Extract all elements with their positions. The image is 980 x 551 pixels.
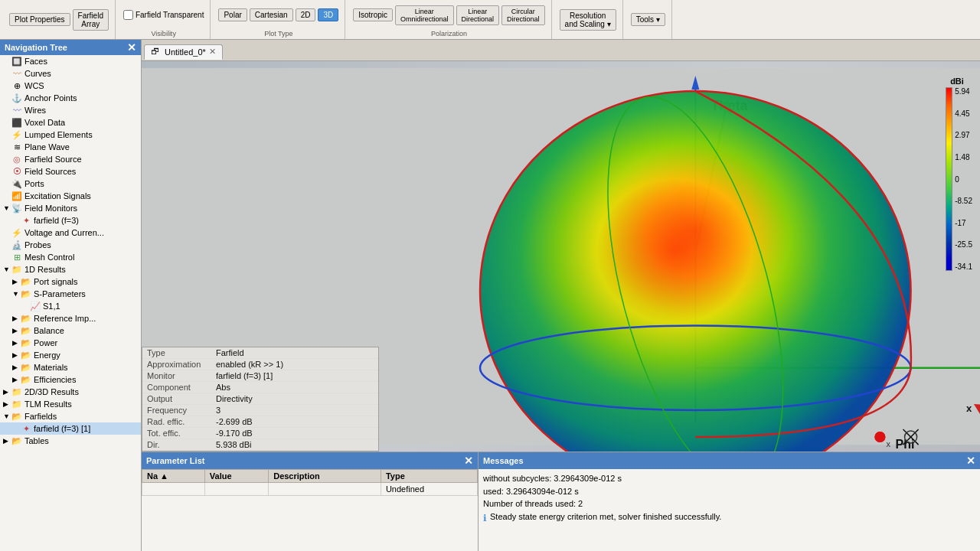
tree-item-tables[interactable]: ▶ 📂 Tables [0,435,141,447]
excitation-icon: 📶 [11,191,22,201]
tree-item-wires[interactable]: 〰 Wires [0,104,141,116]
tree-item-excitation[interactable]: 📶 Excitation Signals [0,190,141,202]
tree-scroll[interactable]: 🔲 Faces 〰 Curves ⊕ WCS ⚓ Anchor Points 〰 [0,55,141,551]
efficiencies-icon: 📂 [21,374,31,385]
tree-item-field-sources[interactable]: ⦿ Field Sources [0,165,141,178]
cell-type: Undefined [381,483,477,496]
tree-item-curves[interactable]: 〰 Curves [0,67,141,80]
tlm-icon: 📁 [11,399,22,409]
message-3: ℹ Steady state energy criterion met, sol… [483,510,975,525]
cartesian-button[interactable]: Cartesian [250,8,293,21]
3d-button[interactable]: 3D [318,8,338,21]
prop-dir-label: Dir. [147,440,216,449]
power-icon: 📂 [21,337,31,348]
col-desc[interactable]: Description [269,470,381,483]
info-icon: ℹ [483,511,487,525]
nav-tree-close-button[interactable]: ✕ [127,42,136,53]
tree-item-wcs[interactable]: ⊕ WCS [0,80,141,92]
expand-icon: ▼ [3,266,11,273]
polar-button[interactable]: Polar [218,8,247,21]
param-table-element: Na ▲ Value Description Type [142,469,478,496]
properties-overlay: Type Farfield Approximation enabled (kR … [142,347,379,452]
farfield-array-button[interactable]: FarfieldArray [73,9,109,31]
messages-close-button[interactable]: ✕ [966,455,975,467]
colorbar-unit: dBi [942,77,972,86]
viewport[interactable]: Theta y z y [142,61,980,452]
prop-monitor: Monitor farfield (f=3) [1] [142,370,378,382]
tree-item-farfield-source[interactable]: ◎ Farfield Source [0,153,141,165]
tree-item-port-signals[interactable]: ▶ 📂 Port signals [0,276,141,288]
curves-icon: 〰 [11,68,22,79]
tree-item-faces[interactable]: 🔲 Faces [0,55,141,67]
messages-title: Messages [483,456,524,465]
col-value[interactable]: Value [204,470,268,483]
col-name[interactable]: Na ▲ [142,470,205,483]
tree-item-anchor[interactable]: ⚓ Anchor Points [0,92,141,104]
tree-item-plane-wave[interactable]: ≋ Plane Wave [0,141,141,153]
message-0: without subcycles: 3.2964309e-012 s [483,472,975,485]
tree-item-s-params[interactable]: ▼ 📂 S-Parameters [0,288,141,300]
field-sources-icon: ⦿ [11,166,22,177]
messages-header: Messages ✕ [479,452,980,469]
prop-component-label: Component [147,383,216,392]
isotropic-button[interactable]: Isotropic [353,8,393,21]
parameter-list-close-button[interactable]: ✕ [464,455,473,467]
prop-component-value: Abs [216,383,230,392]
linear-dir-button[interactable]: LinearDirectional [456,5,500,25]
resolution-button[interactable]: Resolutionand Scaling ▾ [560,9,616,31]
messages-content[interactable]: without subcycles: 3.2964309e-012 s used… [479,469,980,551]
farfield-transparent-checkbox[interactable]: Farfield Transparent [123,10,204,20]
tree-item-1d-results[interactable]: ▼ 📁 1D Results [0,263,141,276]
navigation-tree: Navigation Tree ✕ 🔲 Faces 〰 Curves ⊕ WCS [0,40,142,551]
colorbar-val-7: -25.5 [955,240,972,249]
properties-button[interactable]: Plot Properties [9,13,70,26]
tree-item-power[interactable]: ▶ 📂 Power [0,337,141,349]
tree-item-field-monitors[interactable]: ▼ 📡 Field Monitors [0,202,141,214]
col-type[interactable]: Type [381,470,477,483]
2d-button[interactable]: 2D [296,8,316,21]
tab-untitled[interactable]: 🗗 Untitled_0* ✕ [144,44,223,60]
tree-item-energy[interactable]: ▶ 📂 Energy [0,349,141,361]
voltage-icon: ⚡ [11,227,22,238]
tree-item-probes[interactable]: 🔬 Probes [0,239,141,251]
tree-item-tlm[interactable]: ▶ 📁 TLM Results [0,398,141,410]
tree-item-voxel[interactable]: ⬛ Voxel Data [0,116,141,129]
message-3-text: Steady state energy criterion met, solve… [490,510,721,523]
tab-close-button[interactable]: ✕ [209,47,216,57]
farfields-icon: 📂 [11,411,22,422]
nav-tree-title: Navigation Tree [5,43,67,52]
tree-item-lumped[interactable]: ⚡ Lumped Elements [0,129,141,141]
tab-bar: 🗗 Untitled_0* ✕ [142,40,980,61]
tree-item-farfield-f3[interactable]: ✦ farfield (f=3) [0,214,141,227]
ref-imp-icon: 📂 [21,313,31,324]
farfield-result-icon: ✦ [21,423,31,434]
colorbar-val-8: -34.1 [955,262,972,271]
tools-button[interactable]: Tools ▾ [631,13,665,26]
message-1: used: 3.29643094e-012 s [483,485,975,498]
table-row[interactable]: Undefined [142,483,478,496]
tree-item-voltage[interactable]: ⚡ Voltage and Curren... [0,227,141,239]
tree-item-mesh-control[interactable]: ⊞ Mesh Control [0,251,141,263]
tree-item-ports[interactable]: 🔌 Ports [0,178,141,190]
1d-results-icon: 📁 [11,264,22,275]
tree-item-balance[interactable]: ▶ 📂 Balance [0,324,141,337]
toolbar-polarization-section: Isotropic LinearOmnidirectional LinearDi… [347,0,551,39]
tree-item-materials[interactable]: ▶ 📂 Materials [0,361,141,373]
prop-type-value: Farfield [216,348,244,357]
expand-icon: ▶ [3,400,11,408]
tree-item-s11[interactable]: 📈 S1,1 [0,300,141,312]
colorbar-val-1: 4.45 [955,109,972,118]
svg-point-28 [874,432,885,442]
circular-dir-button[interactable]: CircularDirectional [501,5,545,25]
expand-icon: ▶ [12,339,20,347]
parameter-table[interactable]: Na ▲ Value Description Type [142,469,478,551]
expand-icon: ▶ [12,364,20,371]
tree-item-ref-imp[interactable]: ▶ 📂 Reference Imp... [0,312,141,324]
linear-omni-button[interactable]: LinearOmnidirectional [395,5,454,25]
tree-item-farfield-result[interactable]: ✦ farfield (f=3) [1] [0,422,141,435]
svg-text:x: x [966,403,972,414]
tree-item-efficiencies[interactable]: ▶ 📂 Efficiencies [0,373,141,386]
tree-item-farfields[interactable]: ▼ 📂 Farfields [0,410,141,422]
tree-item-2d3d[interactable]: ▶ 📁 2D/3D Results [0,386,141,398]
tables-icon: 📂 [11,435,22,446]
